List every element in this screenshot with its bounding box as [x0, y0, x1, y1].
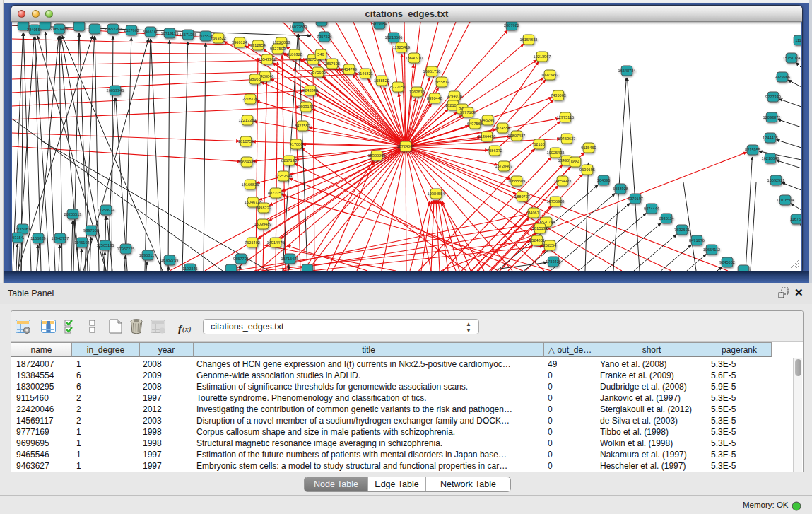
- svg-text:2603144: 2603144: [298, 105, 314, 109]
- svg-text:1362615: 1362615: [409, 90, 425, 94]
- svg-text:8990448: 8990448: [427, 96, 442, 100]
- svg-text:1588520: 1588520: [374, 78, 389, 83]
- svg-text:9329966: 9329966: [775, 75, 790, 79]
- svg-text:16033809: 16033809: [290, 25, 307, 29]
- svg-text:14914479: 14914479: [267, 240, 285, 245]
- svg-text:3912954: 3912954: [250, 43, 266, 47]
- svg-text:9227349: 9227349: [765, 95, 781, 99]
- svg-text:5938928: 5938928: [613, 187, 628, 191]
- svg-text:2867608: 2867608: [324, 62, 340, 66]
- svg-text:8684: 8684: [571, 160, 579, 164]
- svg-text:3624554: 3624554: [495, 126, 510, 130]
- svg-text:1527602: 1527602: [124, 28, 139, 33]
- svg-text:116753: 116753: [790, 217, 801, 221]
- svg-text:1733426: 1733426: [546, 259, 561, 264]
- svg-text:19654923: 19654923: [554, 179, 572, 183]
- svg-text:20691406: 20691406: [51, 27, 69, 31]
- svg-text:6379197: 6379197: [628, 197, 643, 201]
- svg-text:19463627: 19463627: [558, 136, 576, 141]
- svg-text:10654112: 10654112: [703, 247, 720, 252]
- svg-text:12353594: 12353594: [275, 174, 293, 178]
- svg-text:1244415: 1244415: [763, 136, 778, 140]
- svg-text:9794078: 9794078: [447, 94, 462, 98]
- svg-text:417006: 417006: [290, 142, 303, 146]
- svg-text:10807487: 10807487: [508, 134, 526, 138]
- svg-text:1815132: 1815132: [532, 226, 548, 230]
- svg-text:19166825: 19166825: [242, 182, 259, 187]
- svg-text:16648784: 16648784: [618, 69, 636, 73]
- svg-text:17957225: 17957225: [117, 247, 135, 251]
- svg-text:16210643: 16210643: [762, 156, 779, 160]
- svg-text:12975115: 12975115: [557, 115, 574, 119]
- svg-text:2335061: 2335061: [15, 227, 30, 231]
- svg-text:10653267: 10653267: [105, 27, 122, 31]
- svg-text:252254: 252254: [543, 243, 557, 247]
- svg-text:1156829: 1156829: [30, 236, 45, 240]
- svg-text:2935114: 2935114: [659, 216, 673, 221]
- svg-text:1145194: 1145194: [74, 240, 89, 245]
- svg-text:9397568: 9397568: [83, 228, 99, 233]
- svg-text:8454749: 8454749: [341, 67, 357, 71]
- svg-text:19218506: 19218506: [385, 35, 403, 40]
- svg-text:9115460: 9115460: [581, 146, 596, 150]
- svg-text:98965: 98965: [249, 77, 261, 81]
- svg-text:15751074: 15751074: [783, 56, 801, 60]
- svg-text:12942757: 12942757: [52, 236, 69, 240]
- svg-text:9146821: 9146821: [358, 71, 373, 76]
- svg-text:62160: 62160: [534, 142, 545, 146]
- svg-text:1880727: 1880727: [514, 194, 530, 199]
- svg-text:9699695: 9699695: [579, 168, 595, 172]
- svg-text:7632621: 7632621: [674, 228, 690, 232]
- svg-text:164095: 164095: [597, 178, 611, 182]
- svg-text:8215955: 8215955: [745, 148, 760, 152]
- svg-text:18640910: 18640910: [406, 56, 423, 60]
- svg-text:15692921: 15692921: [767, 178, 785, 182]
- svg-text:19384554: 19384554: [428, 192, 445, 196]
- svg-text:10958117: 10958117: [139, 253, 156, 257]
- svg-text:7955812: 7955812: [434, 80, 449, 84]
- svg-text:21364436: 21364436: [478, 134, 496, 139]
- svg-text:15716485: 15716485: [281, 257, 299, 261]
- svg-text:7663822: 7663822: [211, 36, 226, 40]
- svg-text:18724007: 18724007: [397, 144, 415, 148]
- svg-text:12505135: 12505135: [97, 243, 114, 247]
- svg-text:9657791: 9657791: [233, 257, 249, 261]
- svg-text:8471676: 8471676: [689, 238, 705, 243]
- svg-text:9245652: 9245652: [719, 260, 735, 264]
- svg-text:2718126: 2718126: [242, 97, 258, 101]
- svg-text:1192346: 1192346: [182, 267, 197, 271]
- svg-text:546: 546: [317, 52, 324, 57]
- svg-text:6497568: 6497568: [467, 122, 483, 126]
- svg-text:9242848: 9242848: [302, 88, 318, 93]
- svg-text:18300295: 18300295: [368, 153, 386, 158]
- svg-text:16782759: 16782759: [161, 258, 179, 262]
- svg-text:10719155: 10719155: [161, 31, 179, 35]
- svg-text:7986372: 7986372: [487, 148, 502, 153]
- svg-text:15720407: 15720407: [495, 164, 513, 168]
- svg-text:19756928: 19756928: [547, 199, 565, 204]
- svg-text:20206513: 20206513: [64, 212, 82, 216]
- svg-text:9474444: 9474444: [644, 206, 659, 211]
- svg-text:3498222: 3498222: [256, 206, 271, 210]
- svg-text:1112: 1112: [795, 38, 801, 42]
- svg-text:8267130: 8267130: [281, 158, 297, 163]
- svg-text:12213369: 12213369: [239, 118, 257, 122]
- svg-text:84067: 84067: [528, 211, 539, 215]
- svg-text:3875685: 3875685: [310, 70, 326, 74]
- svg-text:16671355: 16671355: [180, 33, 197, 37]
- svg-text:10688609: 10688609: [508, 179, 526, 183]
- svg-text:16543362: 16543362: [259, 57, 276, 62]
- svg-text:8322057: 8322057: [390, 85, 406, 89]
- svg-text:8873352: 8873352: [268, 191, 283, 195]
- svg-text:16961758: 16961758: [423, 69, 441, 74]
- svg-text:10973493: 10973493: [541, 73, 559, 77]
- svg-text:9327503: 9327503: [270, 47, 286, 51]
- svg-text:19654983: 19654983: [238, 160, 256, 164]
- svg-text:1610755: 1610755: [238, 139, 254, 144]
- svg-text:26053346: 26053346: [107, 88, 124, 93]
- svg-text:16154838: 16154838: [520, 37, 538, 42]
- svg-text:12093872: 12093872: [763, 115, 781, 119]
- svg-text:3960124: 3960124: [232, 40, 247, 45]
- svg-text:(x): (x): [182, 325, 192, 334]
- svg-text:6966160: 6966160: [143, 30, 158, 34]
